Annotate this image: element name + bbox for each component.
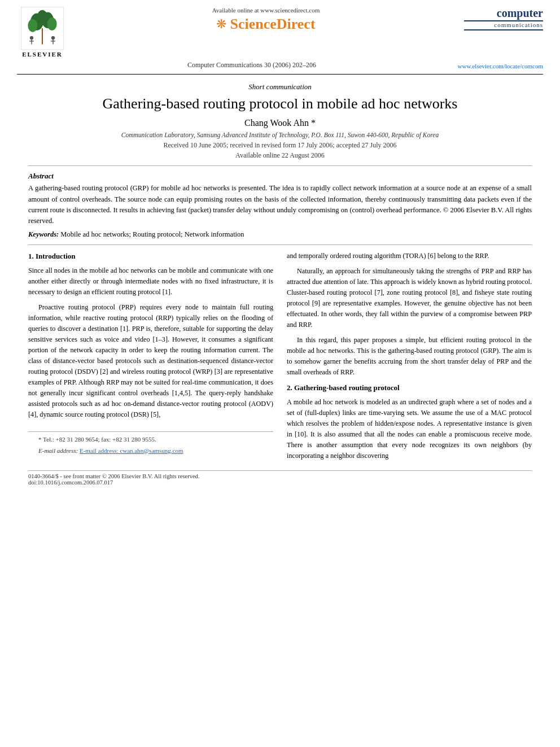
email-label: E-mail address:	[38, 447, 78, 454]
sciencedirect-logo: ❋ ScienceDirect	[216, 16, 315, 33]
section1-right-para2: Naturally, an approach for simultaneousl…	[287, 266, 532, 330]
svg-point-7	[30, 36, 33, 40]
keywords: Keywords: Mobile ad hoc networks; Routin…	[28, 230, 532, 239]
section1-right-para1: and temporally ordered routing algorithm…	[287, 251, 532, 261]
section1-para2: Proactive routing protocol (PRP) require…	[28, 302, 273, 420]
abstract-section: Abstract A gathering-based routing proto…	[28, 172, 532, 239]
journal-url[interactable]: www.elsevier.com/locate/comcom	[430, 63, 543, 69]
author-name: Chang Wook Ahn *	[28, 118, 532, 128]
elsevier-logo: ELSEVIER	[17, 7, 68, 58]
sciencedirect-area: Available online at www.sciencedirect.co…	[68, 7, 464, 33]
available-online-text: Available online at www.sciencedirect.co…	[212, 7, 320, 14]
sciencedirect-text: ScienceDirect	[230, 16, 315, 33]
section1-para1: Since all nodes in the mobile ad hoc net…	[28, 265, 273, 298]
article-type: Short communication	[28, 82, 532, 91]
section1-right-para3: In this regard, this paper proposes a si…	[287, 335, 532, 378]
body-divider	[28, 244, 532, 245]
article-content: Short communication Gathering-based rout…	[0, 82, 560, 466]
elsevier-tree-icon	[21, 7, 64, 50]
abstract-text: A gathering-based routing protocol (GRP)…	[28, 183, 532, 227]
elsevier-label: ELSEVIER	[22, 51, 63, 58]
footnote-tel: * Tel.: +82 31 280 9654; fax: +82 31 280…	[28, 435, 273, 444]
header-divider	[17, 74, 543, 75]
svg-point-5	[28, 19, 37, 32]
section2-para1: A mobile ad hoc network is modeled as an…	[287, 397, 532, 461]
received-date: Received 10 June 2005; received in revis…	[28, 141, 532, 150]
footnote-area: * Tel.: +82 31 280 9654; fax: +82 31 280…	[28, 431, 273, 455]
section2-title: 2. Gathering-based routing protocol	[287, 382, 532, 394]
keywords-values: Mobile ad hoc networks; Routing protocol…	[60, 230, 244, 238]
journal-info: Computer Communications 30 (2006) 202–20…	[73, 61, 430, 69]
author-affiliation: Communication Laboratory, Samsung Advanc…	[28, 132, 532, 138]
header: ELSEVIER Available online at www.science…	[0, 0, 560, 74]
sd-dots-icon: ❋	[216, 17, 226, 32]
svg-point-6	[47, 18, 57, 30]
footer-doi: doi:10.1016/j.comcom.2006.07.017	[28, 479, 199, 486]
email-value[interactable]: E-mail address: cwan.ahn@samsung.com	[80, 447, 183, 454]
footnote-email: E-mail address: E-mail address: cwan.ahn…	[28, 446, 273, 456]
section1-title: 1. Introduction	[28, 251, 273, 262]
left-column: 1. Introduction Since all nodes in the m…	[28, 251, 273, 466]
article-title: Gathering-based routing protocol in mobi…	[28, 95, 532, 112]
cc-divider2	[464, 29, 543, 30]
svg-point-4	[37, 10, 48, 25]
page: ELSEVIER Available online at www.science…	[0, 0, 560, 747]
computer-comms-logo: computer communications	[464, 7, 543, 30]
right-column: and temporally ordered routing algorithm…	[287, 251, 532, 466]
available-date: Available online 22 August 2006	[28, 151, 532, 160]
abstract-label: Abstract	[28, 172, 532, 181]
abstract-divider-top	[28, 165, 532, 166]
footer-text: 0140-3664/$ - see front matter © 2006 El…	[28, 473, 199, 486]
two-column-body: 1. Introduction Since all nodes in the m…	[28, 251, 532, 466]
svg-point-10	[51, 36, 55, 40]
computer-label: computer	[497, 7, 543, 19]
footer-copyright: 0140-3664/$ - see front matter © 2006 El…	[28, 473, 199, 479]
keywords-label: Keywords:	[28, 230, 59, 238]
communications-label: communications	[494, 21, 543, 28]
footer-bar: 0140-3664/$ - see front matter © 2006 El…	[28, 470, 532, 488]
